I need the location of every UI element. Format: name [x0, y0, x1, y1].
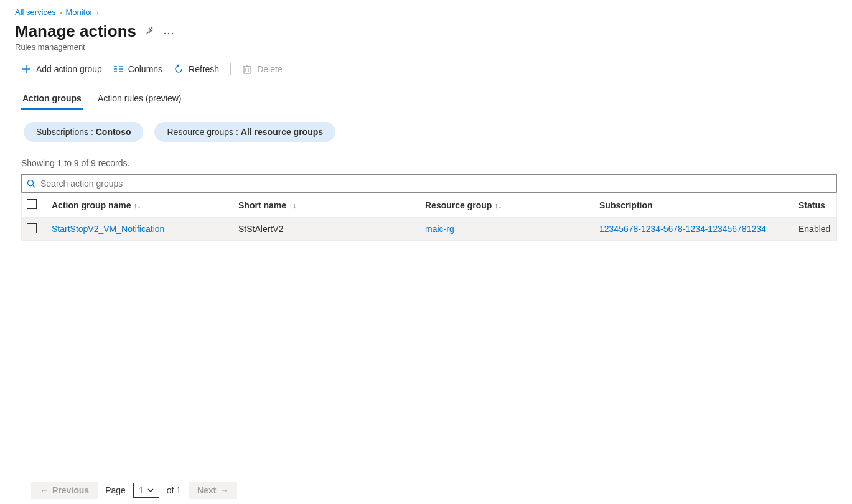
records-count: Showing 1 to 9 of 9 records.: [15, 158, 837, 168]
row-checkbox[interactable]: [27, 223, 37, 233]
svg-point-1: [164, 32, 166, 34]
filter-subscriptions[interactable]: Subscriptions : Contoso: [24, 122, 143, 142]
svg-line-18: [33, 185, 35, 187]
chevron-right-icon: ›: [96, 9, 99, 16]
column-header-sub[interactable]: Subscription: [594, 200, 793, 210]
toolbar: Add action group Columns Refresh Delete: [15, 63, 837, 82]
tabs: Action groups Action rules (preview): [15, 82, 837, 110]
toolbar-separator: [230, 63, 231, 75]
filter-label: Resource groups :: [167, 127, 240, 137]
toolbar-label: Delete: [257, 64, 282, 74]
add-action-group-button[interactable]: Add action group: [21, 64, 102, 74]
column-header-status[interactable]: Status: [793, 200, 852, 210]
filter-label: Subscriptions :: [36, 127, 96, 137]
cell-status: Enabled: [793, 224, 852, 234]
filter-resource-groups[interactable]: Resource groups : All resource groups: [154, 122, 335, 142]
search-icon: [27, 179, 35, 188]
breadcrumb-all-services[interactable]: All services: [15, 7, 56, 17]
select-all-checkbox[interactable]: [27, 199, 37, 209]
tab-action-rules[interactable]: Action rules (preview): [96, 88, 183, 110]
sort-icon: ↑↓: [134, 202, 141, 210]
toolbar-label: Refresh: [189, 64, 219, 74]
columns-button[interactable]: Columns: [113, 64, 162, 74]
table-row[interactable]: StartStopV2_VM_Notification StStAlertV2 …: [22, 218, 836, 240]
subscription-link[interactable]: 12345678-1234-5678-1234-123456781234: [599, 224, 766, 234]
sort-icon: ↑↓: [494, 202, 502, 210]
search-input[interactable]: [22, 175, 836, 192]
cell-short-name: StStAlertV2: [233, 224, 420, 234]
breadcrumb: All services › Monitor ›: [15, 7, 837, 17]
chevron-right-icon: ›: [60, 9, 62, 16]
page-subtitle: Rules management: [15, 42, 837, 52]
svg-point-2: [168, 32, 170, 34]
svg-line-0: [146, 32, 149, 34]
column-header-rg[interactable]: Resource group↑↓: [420, 200, 594, 210]
sort-icon: ↑↓: [289, 202, 296, 210]
svg-rect-12: [244, 67, 250, 73]
toolbar-label: Columns: [128, 64, 162, 74]
trash-icon: [242, 64, 252, 74]
pin-icon[interactable]: [145, 26, 155, 37]
breadcrumb-monitor[interactable]: Monitor: [65, 7, 92, 17]
tab-action-groups[interactable]: Action groups: [21, 88, 83, 110]
svg-point-3: [172, 32, 174, 34]
column-header-name[interactable]: Action group name↑↓: [47, 200, 233, 210]
page-title: Manage actions: [15, 22, 136, 41]
refresh-button[interactable]: Refresh: [174, 64, 219, 74]
resource-group-link[interactable]: maic-rg: [425, 224, 454, 234]
action-group-name-link[interactable]: StartStopV2_VM_Notification: [52, 224, 164, 234]
filter-value: Contoso: [96, 127, 131, 137]
delete-button: Delete: [242, 64, 282, 74]
refresh-icon: [174, 64, 184, 74]
columns-icon: [113, 64, 123, 74]
svg-point-17: [28, 180, 34, 186]
search-container: [21, 174, 837, 192]
plus-icon: [21, 64, 31, 74]
action-groups-table: Action group name↑↓ Short name↑↓ Resourc…: [21, 192, 837, 241]
more-icon[interactable]: [164, 27, 174, 37]
column-header-short[interactable]: Short name↑↓: [233, 200, 420, 210]
filter-value: All resource groups: [241, 127, 323, 137]
toolbar-label: Add action group: [36, 64, 102, 74]
